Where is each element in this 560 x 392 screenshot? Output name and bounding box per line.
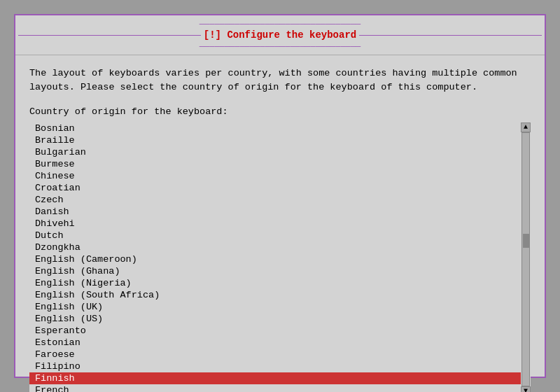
list-item[interactable]: Dhivehi: [29, 218, 521, 230]
scrollbar[interactable]: ▲ ▼: [521, 122, 531, 393]
list-item[interactable]: French: [29, 384, 521, 393]
description-text: The layout of keyboards varies per count…: [29, 66, 531, 95]
keyboard-origin-list[interactable]: BosnianBrailleBulgarianBurmeseChineseCro…: [29, 122, 521, 393]
list-item[interactable]: Bulgarian: [29, 146, 521, 158]
configure-keyboard-window: [!] Configure the keyboard The layout of…: [14, 14, 546, 378]
list-item[interactable]: English (US): [29, 313, 521, 325]
list-item[interactable]: Braille: [29, 134, 521, 146]
list-item[interactable]: Dutch: [29, 230, 521, 241]
description-line1: The layout of keyboards varies per count…: [29, 66, 531, 80]
list-item[interactable]: Filipino: [29, 360, 521, 372]
list-item[interactable]: English (UK): [29, 301, 521, 313]
list-item[interactable]: English (Nigeria): [29, 277, 521, 289]
title-line-left: [18, 35, 201, 36]
scroll-up-button[interactable]: ▲: [521, 122, 531, 132]
list-item[interactable]: English (Ghana): [29, 265, 521, 277]
scroll-thumb[interactable]: [523, 234, 530, 248]
title-bar: [!] Configure the keyboard: [15, 15, 545, 55]
list-item[interactable]: Danish: [29, 206, 521, 218]
list-container: BosnianBrailleBulgarianBurmeseChineseCro…: [29, 122, 531, 393]
list-item[interactable]: Croatian: [29, 182, 521, 194]
list-item[interactable]: Czech: [29, 194, 521, 206]
main-content: The layout of keyboards varies per count…: [15, 55, 545, 392]
list-item[interactable]: Burmese: [29, 158, 521, 170]
list-item[interactable]: Bosnian: [29, 122, 521, 134]
window-title: [!] Configure the keyboard: [204, 29, 356, 41]
prompt-label: Country of origin for the keyboard:: [29, 106, 531, 117]
scroll-track: [522, 132, 530, 386]
title-line-right: [359, 35, 542, 36]
list-item[interactable]: Faroese: [29, 349, 521, 360]
scroll-down-button[interactable]: ▼: [521, 386, 531, 393]
list-item[interactable]: English (Cameroon): [29, 253, 521, 265]
list-item[interactable]: Esperanto: [29, 325, 521, 337]
list-item[interactable]: Chinese: [29, 170, 521, 182]
list-item[interactable]: English (South Africa): [29, 289, 521, 301]
list-item[interactable]: Dzongkha: [29, 241, 521, 253]
description-line2: layouts. Please select the country of or…: [29, 80, 531, 94]
list-item[interactable]: Finnish: [29, 372, 521, 384]
list-item[interactable]: Estonian: [29, 337, 521, 349]
